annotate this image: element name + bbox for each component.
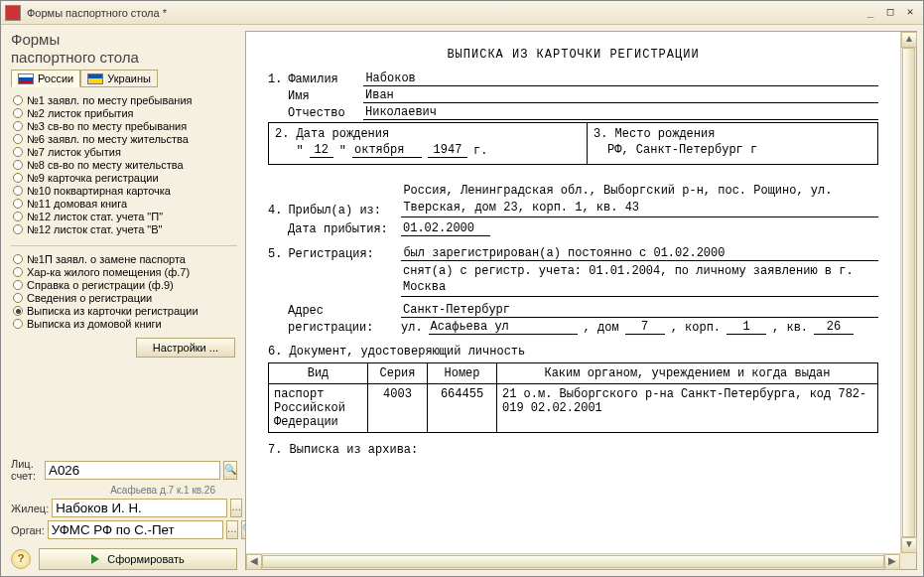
arrival-date-label: Дата прибытия: xyxy=(288,222,395,236)
form-radio-item[interactable]: №12 листок стат. учета "П" xyxy=(13,211,237,222)
arrived-value: Россия, Ленинградская обл., Выборгский р… xyxy=(401,183,878,217)
radio-icon xyxy=(13,293,23,303)
radio-icon xyxy=(13,121,23,131)
form-radio-item[interactable]: №1 заявл. по месту пребывания xyxy=(13,94,237,106)
form-radio-item[interactable]: №8 св-во по месту жительства xyxy=(13,159,237,171)
addr-label2: регистрации: xyxy=(288,321,395,335)
addr-flat-lbl: , кв. xyxy=(772,321,808,335)
minimize-button[interactable]: _ xyxy=(861,5,879,21)
scroll-right-button[interactable]: ▶ xyxy=(884,554,900,570)
scroll-corner xyxy=(900,553,916,569)
form-radio-label: Выписка из карточки регистрации xyxy=(27,305,198,317)
form-radio-item[interactable]: №7 листок убытия xyxy=(13,146,237,158)
td-type: паспорт Российской Федерации xyxy=(269,384,368,433)
form-radio-item[interactable]: №11 домовая книга xyxy=(13,198,237,210)
form-radio-item[interactable]: №2 листок прибытия xyxy=(13,107,237,119)
forms-list-b: №1П заявл. о замене паспортаХар-ка жилог… xyxy=(11,250,237,336)
form-radio-label: №12 листок стат. учета "В" xyxy=(27,223,163,235)
account-search-button[interactable]: 🔍 xyxy=(223,461,237,480)
radio-icon xyxy=(13,95,23,105)
generate-button[interactable]: Сформировать xyxy=(39,548,237,570)
radio-icon xyxy=(13,199,23,209)
forms-list-a: №1 заявл. по месту пребывания№2 листок п… xyxy=(11,91,237,241)
birth-box: 2. Дата рождения " 12 " октября 1947 г. xyxy=(268,122,878,165)
form-radio-label: №1П заявл. о замене паспорта xyxy=(27,253,186,265)
tab-russia[interactable]: России xyxy=(11,70,80,87)
form-radio-label: №2 листок прибытия xyxy=(27,107,134,119)
close-button[interactable]: ✕ xyxy=(901,5,919,21)
dob-month: октября xyxy=(352,143,422,158)
patr-value: Николаевич xyxy=(363,105,878,120)
help-button[interactable]: ? xyxy=(11,549,31,569)
th-number: Номер xyxy=(428,363,497,384)
form-radio-item[interactable]: №12 листок стат. учета "В" xyxy=(13,223,237,235)
agency-input[interactable] xyxy=(48,520,223,539)
radio-icon xyxy=(13,280,23,290)
form-radio-label: №8 св-во по месту жительства xyxy=(27,159,184,171)
panel-subtitle: паспортного стола xyxy=(11,49,237,66)
tenant-label: Жилец: xyxy=(11,503,49,514)
scroll-left-button[interactable]: ◀ xyxy=(246,554,262,570)
window-title: Формы паспортного стола * xyxy=(27,7,861,19)
tenant-more-button[interactable]: … xyxy=(230,499,242,517)
form-radio-item[interactable]: №3 св-во по месту пребывания xyxy=(13,120,237,132)
id-doc-table: Вид Серия Номер Каким органом, учреждени… xyxy=(268,362,878,433)
agency-more-button[interactable]: … xyxy=(226,520,238,539)
tenant-input[interactable] xyxy=(52,499,227,517)
pob-label: Место рождения xyxy=(615,127,716,141)
form-radio-label: Сведения о регистрации xyxy=(27,292,152,304)
addr-street: Асафьева ул xyxy=(429,320,578,335)
form-radio-item[interactable]: Выписка из домовой книги xyxy=(13,318,237,330)
form-radio-item[interactable]: Справка о регистрации (ф.9) xyxy=(13,279,237,291)
addr-bld-lbl: , корп. xyxy=(671,321,721,335)
form-radio-item[interactable]: №6 заявл. по месту жительства xyxy=(13,133,237,145)
account-label: Лиц. счет: xyxy=(11,458,42,482)
td-series: 4003 xyxy=(368,384,428,433)
addr-city: Санкт-Петербург xyxy=(401,303,878,318)
n7: 7. xyxy=(268,443,282,457)
app-window: Формы паспортного стола * _ □ ✕ Формы па… xyxy=(0,0,924,577)
td-issued: 21 о.м. Выборгского р-на Санкт-Петербург… xyxy=(497,384,878,433)
fam-value: Набоков xyxy=(363,72,878,86)
search-icon: 🔍 xyxy=(224,464,236,475)
radio-icon xyxy=(13,212,23,221)
radio-icon xyxy=(13,160,23,170)
content-area: Формы паспортного стола России Украины №… xyxy=(1,25,923,576)
form-radio-item[interactable]: Сведения о регистрации xyxy=(13,292,237,304)
scroll-up-button[interactable]: ▲ xyxy=(901,32,917,48)
th-series: Серия xyxy=(368,363,428,384)
horizontal-scrollbar[interactable]: ◀ ▶ xyxy=(246,553,900,569)
app-icon xyxy=(5,5,21,21)
form-radio-item[interactable]: Хар-ка жилого помещения (ф.7) xyxy=(13,266,237,278)
form-radio-label: №10 поквартирная карточка xyxy=(27,185,171,197)
radio-icon xyxy=(13,147,23,157)
radio-icon xyxy=(13,224,23,234)
pob-value: РФ, Санкт-Петербург г xyxy=(594,143,871,157)
form-radio-item[interactable]: №10 поквартирная карточка xyxy=(13,185,237,197)
settings-button[interactable]: Настройки ... xyxy=(136,338,235,358)
n5: 5. xyxy=(268,247,282,261)
n3: 3. xyxy=(594,127,607,141)
form-radio-item[interactable]: №9 карточка регистрации xyxy=(13,172,237,184)
addr-house-lbl: , дом xyxy=(584,321,619,335)
settings-button-label: Настройки ... xyxy=(153,342,218,354)
form-radio-label: №6 заявл. по месту жительства xyxy=(27,133,189,145)
document-scroll[interactable]: ВЫПИСКА ИЗ КАРТОЧКИ РЕГИСТРАЦИИ 1. Фамил… xyxy=(246,32,900,553)
tab-russia-label: России xyxy=(38,72,73,84)
vertical-scrollbar[interactable]: ▲ ▼ xyxy=(900,32,916,553)
form-radio-item[interactable]: Выписка из карточки регистрации xyxy=(13,305,237,317)
form-radio-label: Выписка из домовой книги xyxy=(27,318,162,330)
dob-suffix: г. xyxy=(473,144,487,158)
radio-icon xyxy=(13,254,23,264)
left-panel: Формы паспортного стола России Украины №… xyxy=(11,31,237,570)
scroll-thumb-h[interactable] xyxy=(262,555,884,568)
n2: 2. xyxy=(275,127,289,141)
account-input[interactable] xyxy=(45,461,220,480)
tab-ukraine[interactable]: Украины xyxy=(80,70,158,87)
maximize-button[interactable]: □ xyxy=(881,5,899,21)
scroll-thumb-v[interactable] xyxy=(902,48,915,537)
form-radio-label: Справка о регистрации (ф.9) xyxy=(27,279,174,291)
name-label: Имя xyxy=(288,89,357,103)
form-radio-item[interactable]: №1П заявл. о замене паспорта xyxy=(13,253,237,265)
scroll-down-button[interactable]: ▼ xyxy=(901,537,917,553)
